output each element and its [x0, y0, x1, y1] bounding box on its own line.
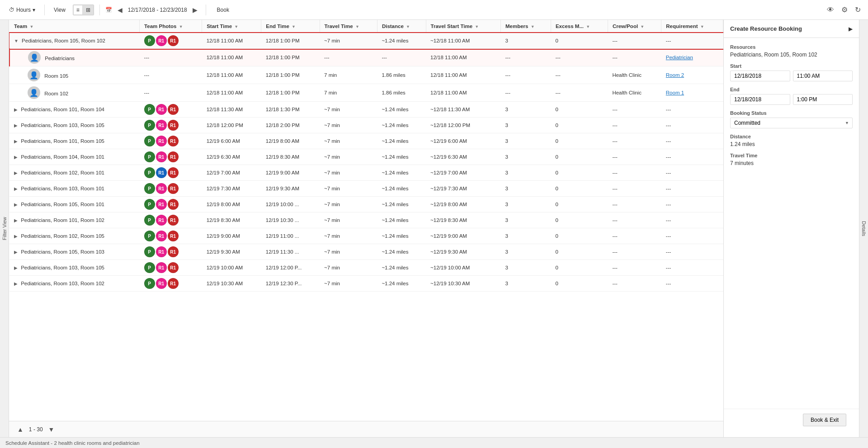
col-requirement[interactable]: Requirement ▼ — [661, 20, 723, 33]
refresh-icon[interactable]: ↻ — [853, 4, 863, 16]
start-date-input[interactable] — [730, 71, 790, 81]
table-row[interactable]: ▶ Pediatricians, Room 101, Room 105 PR1R… — [9, 133, 723, 149]
list-view-btn[interactable]: ≡ — [73, 5, 83, 15]
right-panel-footer: Book & Exit — [724, 409, 859, 437]
col-start-time[interactable]: Start Time ▼ — [202, 20, 261, 33]
child-travel-time: 7 min — [320, 66, 377, 84]
col-team-photos[interactable]: Team Photos ▼ — [140, 20, 202, 33]
expand-icon[interactable]: ▶ — [14, 107, 18, 112]
group-travel-time: ~7 min — [320, 244, 377, 260]
panel-expand-btn[interactable]: ▶ — [849, 26, 853, 32]
requirement-link[interactable]: Room 2 — [666, 72, 684, 78]
expand-icon[interactable]: ▶ — [14, 250, 18, 255]
group-team-cell[interactable]: ▶ Pediatricians, Room 104, Room 101 — [9, 149, 140, 165]
table-row[interactable]: ▼ Pediatricians, Room 105, Room 102 PR1R… — [9, 33, 723, 49]
expand-icon[interactable]: ▶ — [14, 265, 18, 270]
child-table-row[interactable]: 👤 Pediatricians --- 12/18 11:00 AM 12/18… — [9, 49, 723, 66]
avatar-circle: R1 — [156, 136, 167, 146]
prev-date-btn[interactable]: ◀ — [115, 5, 125, 14]
col-crew-pool[interactable]: Crew/Pool ▼ — [608, 20, 661, 33]
end-time-input[interactable] — [793, 94, 853, 105]
table-row[interactable]: ▶ Pediatricians, Room 103, Room 102 PR1R… — [9, 276, 723, 292]
col-members[interactable]: Members ▼ — [500, 20, 551, 33]
col-team[interactable]: Team ▼ — [9, 20, 140, 33]
toolbar: ⏱ Hours ▾ View ≡ ⊞ 📅 ◀ 12/17/2018 - 12/2… — [0, 0, 868, 20]
group-travel-time: ~7 min — [320, 33, 377, 49]
group-team-cell[interactable]: ▶ Pediatricians, Room 105, Room 103 — [9, 244, 140, 260]
page-up-btn[interactable]: ▲ — [14, 425, 26, 434]
table-row[interactable]: ▶ Pediatricians, Room 103, Room 101 PR1R… — [9, 181, 723, 197]
data-table: Team ▼ Team Photos ▼ Start Time ▼ — [9, 20, 723, 292]
table-row[interactable]: ▶ Pediatricians, Room 103, Room 105 PR1R… — [9, 118, 723, 133]
table-wrapper[interactable]: Team ▼ Team Photos ▼ Start Time ▼ — [9, 20, 723, 421]
group-excess-m: 0 — [551, 133, 608, 149]
group-team-cell[interactable]: ▼ Pediatricians, Room 105, Room 102 — [9, 33, 140, 49]
table-row[interactable]: ▶ Pediatricians, Room 104, Room 101 PR1R… — [9, 149, 723, 165]
avatar-circle: P — [144, 278, 155, 289]
gear-icon[interactable]: ⚙ — [840, 4, 849, 16]
group-excess-m: 0 — [551, 244, 608, 260]
table-row[interactable]: ▶ Pediatricians, Room 102, Room 101 PR1R… — [9, 165, 723, 181]
table-row[interactable]: ▶ Pediatricians, Room 101, Room 102 PR1R… — [9, 212, 723, 228]
end-date-input[interactable] — [730, 94, 790, 105]
child-travel-start-time: 12/18 11:00 AM — [426, 49, 500, 66]
grid-view-btn[interactable]: ⊞ — [83, 5, 94, 15]
group-team-cell[interactable]: ▶ Pediatricians, Room 101, Room 105 — [9, 133, 140, 149]
group-team-cell[interactable]: ▶ Pediatricians, Room 102, Room 105 — [9, 228, 140, 244]
group-team-cell[interactable]: ▶ Pediatricians, Room 101, Room 104 — [9, 102, 140, 118]
expand-icon[interactable]: ▼ — [14, 38, 19, 43]
group-team-cell[interactable]: ▶ Pediatricians, Room 103, Room 102 — [9, 276, 140, 292]
page-down-btn[interactable]: ▼ — [46, 425, 57, 434]
group-travel-start-time: ~12/19 10:30 AM — [426, 276, 500, 292]
group-travel-start-time: ~12/19 8:00 AM — [426, 197, 500, 212]
requirement-link[interactable]: Pediatrician — [666, 55, 693, 60]
expand-icon[interactable]: ▶ — [14, 123, 18, 128]
group-distance: ~1.24 miles — [377, 228, 426, 244]
table-row[interactable]: ▶ Pediatricians, Room 105, Room 101 PR1R… — [9, 197, 723, 212]
table-row[interactable]: ▶ Pediatricians, Room 105, Room 103 PR1R… — [9, 244, 723, 260]
expand-icon[interactable]: ▶ — [14, 170, 18, 175]
col-travel-time[interactable]: Travel Time ▼ — [320, 20, 377, 33]
group-travel-start-time: ~12/19 6:30 AM — [426, 149, 500, 165]
group-requirement: --- — [661, 133, 723, 149]
group-team-cell[interactable]: ▶ Pediatricians, Room 105, Room 101 — [9, 197, 140, 212]
filter-view-sidebar[interactable]: Filter View — [0, 20, 9, 437]
table-row[interactable]: ▶ Pediatricians, Room 101, Room 104 PR1R… — [9, 102, 723, 118]
expand-icon[interactable]: ▶ — [14, 139, 18, 144]
group-team-cell[interactable]: ▶ Pediatricians, Room 103, Room 101 — [9, 181, 140, 197]
group-end-time: 12/19 11:00 ... — [261, 228, 320, 244]
start-time-input[interactable] — [793, 71, 853, 81]
table-row[interactable]: ▶ Pediatricians, Room 103, Room 105 PR1R… — [9, 260, 723, 276]
expand-icon[interactable]: ▶ — [14, 186, 18, 191]
hours-dropdown[interactable]: ⏱ Hours ▾ — [5, 5, 39, 15]
details-sidebar[interactable]: Details — [859, 20, 868, 437]
expand-icon[interactable]: ▶ — [14, 218, 18, 223]
next-date-btn[interactable]: ▶ — [190, 5, 200, 14]
avatar-circle: R1 — [168, 246, 179, 257]
child-start-time: 12/18 11:00 AM — [202, 66, 261, 84]
col-distance[interactable]: Distance ▼ — [377, 20, 426, 33]
expand-icon[interactable]: ▶ — [14, 234, 18, 239]
book-exit-btn[interactable]: Book & Exit — [803, 414, 846, 426]
child-table-row[interactable]: 👤 Room 102 --- 12/18 11:00 AM 12/18 1:00… — [9, 84, 723, 102]
eye-icon[interactable]: 👁 — [825, 4, 836, 16]
group-team-cell[interactable]: ▶ Pediatricians, Room 101, Room 102 — [9, 212, 140, 228]
book-button[interactable]: Book — [212, 5, 235, 15]
group-team-cell[interactable]: ▶ Pediatricians, Room 103, Room 105 — [9, 118, 140, 133]
expand-icon[interactable]: ▶ — [14, 155, 18, 160]
child-table-row[interactable]: 👤 Room 105 --- 12/18 11:00 AM 12/18 1:00… — [9, 66, 723, 84]
col-excess-m[interactable]: Excess M... ▼ — [551, 20, 608, 33]
group-team-cell[interactable]: ▶ Pediatricians, Room 102, Room 101 — [9, 165, 140, 181]
col-travel-start-time[interactable]: Travel Start Time ▼ — [426, 20, 500, 33]
expand-icon[interactable]: ▶ — [14, 281, 18, 286]
child-members: --- — [500, 84, 551, 102]
table-row[interactable]: ▶ Pediatricians, Room 102, Room 105 PR1R… — [9, 228, 723, 244]
group-team-cell[interactable]: ▶ Pediatricians, Room 103, Room 105 — [9, 260, 140, 276]
child-end-time: 12/18 1:00 PM — [261, 66, 320, 84]
group-excess-m: 0 — [551, 212, 608, 228]
booking-status-select[interactable]: Committed Tentative Cancelled — [730, 118, 853, 128]
expand-icon[interactable]: ▶ — [14, 202, 18, 207]
requirement-link[interactable]: Room 1 — [666, 90, 684, 95]
group-crew-pool: --- — [608, 197, 661, 212]
col-end-time[interactable]: End Time ▼ — [261, 20, 320, 33]
